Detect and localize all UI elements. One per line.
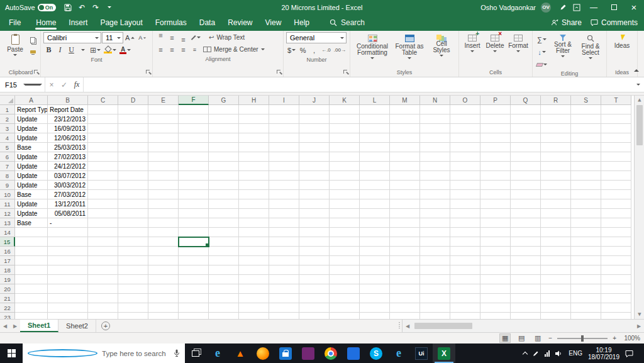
taskbar-search-input[interactable]: Type here to search (23, 343, 185, 363)
cell-I23[interactable] (269, 313, 299, 319)
cell-H15[interactable] (239, 237, 269, 247)
ribbon-display-options-button[interactable] (570, 0, 584, 14)
cell-E14[interactable] (148, 228, 179, 237)
select-all-button[interactable] (0, 96, 15, 105)
volume-icon[interactable] (555, 350, 563, 357)
cell-L12[interactable] (360, 209, 390, 218)
scroll-up-icon[interactable]: ◀ (636, 98, 642, 101)
cell-H10[interactable] (239, 190, 269, 199)
cell-I14[interactable] (269, 228, 299, 237)
cell-M13[interactable] (390, 218, 420, 228)
cell-K14[interactable] (330, 228, 360, 237)
zoom-level[interactable]: 100% (621, 335, 640, 342)
middle-align-button[interactable]: ≡ (167, 32, 177, 43)
cell-N13[interactable] (420, 218, 450, 228)
cell-E19[interactable] (148, 275, 179, 284)
cell-M17[interactable] (390, 256, 420, 265)
cell-P7[interactable] (480, 162, 511, 171)
tab-page-layout[interactable]: Page Layout (94, 14, 148, 31)
cell-A2[interactable]: Update (15, 114, 48, 124)
cell-K9[interactable] (330, 181, 360, 190)
ideas-button[interactable]: Ideas (609, 32, 635, 68)
cell-F16[interactable] (179, 247, 209, 256)
cell-D6[interactable] (118, 152, 148, 162)
cell-N19[interactable] (420, 275, 450, 284)
cell-H19[interactable] (239, 275, 269, 284)
cell-E22[interactable] (148, 303, 179, 313)
cell-K5[interactable] (330, 143, 360, 152)
cell-T11[interactable] (601, 199, 631, 209)
cell-S7[interactable] (571, 162, 601, 171)
cell-J16[interactable] (299, 247, 330, 256)
cell-N12[interactable] (420, 209, 450, 218)
cell-J11[interactable] (299, 199, 330, 209)
cell-R11[interactable] (541, 199, 571, 209)
tray-pen-icon[interactable] (533, 350, 539, 357)
clipboard-dialog-launcher[interactable] (34, 70, 39, 75)
cell-R4[interactable] (541, 133, 571, 143)
sheet-nav-left-button[interactable]: ◀ (0, 320, 10, 332)
cell-M10[interactable] (390, 190, 420, 199)
cell-C18[interactable] (88, 265, 118, 275)
cell-Q6[interactable] (511, 152, 541, 162)
cell-O6[interactable] (450, 152, 480, 162)
copy-button[interactable] (28, 36, 38, 45)
cell-S2[interactable] (571, 114, 601, 124)
cell-M9[interactable] (390, 181, 420, 190)
cell-J10[interactable] (299, 190, 330, 199)
cell-Q21[interactable] (511, 294, 541, 303)
cell-S1[interactable] (571, 105, 601, 114)
taskbar-edge-icon[interactable]: e (206, 343, 229, 363)
taskbar-edge2-icon[interactable]: e (387, 343, 410, 363)
cell-P18[interactable] (480, 265, 511, 275)
cell-L16[interactable] (360, 247, 390, 256)
cell-A8[interactable]: Update (15, 171, 48, 181)
fill-color-button[interactable] (103, 45, 118, 55)
cell-T20[interactable] (601, 284, 631, 294)
cell-K4[interactable] (330, 133, 360, 143)
collapse-ribbon-button[interactable] (634, 63, 639, 74)
font-color-button[interactable]: A (118, 45, 132, 55)
cell-I22[interactable] (269, 303, 299, 313)
cell-D10[interactable] (118, 190, 148, 199)
cell-C19[interactable] (88, 275, 118, 284)
cell-I6[interactable] (269, 152, 299, 162)
cell-J19[interactable] (299, 275, 330, 284)
cell-C9[interactable] (88, 181, 118, 190)
cell-B20[interactable] (48, 284, 88, 294)
cell-O9[interactable] (450, 181, 480, 190)
cell-R9[interactable] (541, 181, 571, 190)
ribbon-search[interactable]: Search (330, 18, 365, 27)
cell-R17[interactable] (541, 256, 571, 265)
shrink-font-button[interactable]: A (137, 33, 148, 43)
cell-J17[interactable] (299, 256, 330, 265)
cell-D2[interactable] (118, 114, 148, 124)
taskbar-clock[interactable]: 10:19 18/07/2019 (588, 347, 619, 360)
pen-button[interactable] (556, 0, 570, 14)
cell-A6[interactable]: Update (15, 152, 48, 162)
taskbar-skype-icon[interactable]: S (365, 343, 387, 363)
name-box[interactable]: F15 (0, 77, 45, 92)
cell-I1[interactable] (269, 105, 299, 114)
cell-O5[interactable] (450, 143, 480, 152)
cell-J6[interactable] (299, 152, 330, 162)
underline-button[interactable]: U (66, 45, 77, 55)
cell-Q15[interactable] (511, 237, 541, 247)
cell-J12[interactable] (299, 209, 330, 218)
cell-C4[interactable] (88, 133, 118, 143)
cell-T9[interactable] (601, 181, 631, 190)
cell-H2[interactable] (239, 114, 269, 124)
cell-M19[interactable] (390, 275, 420, 284)
orientation-button[interactable] (189, 32, 202, 43)
cell-J20[interactable] (299, 284, 330, 294)
cell-P22[interactable] (480, 303, 511, 313)
formula-bar-expand-button[interactable] (633, 77, 644, 92)
row-header-21[interactable]: 21 (0, 294, 15, 303)
close-button[interactable]: × (624, 0, 644, 14)
cell-R1[interactable] (541, 105, 571, 114)
cell-R12[interactable] (541, 209, 571, 218)
cell-B1[interactable]: Report Date (48, 105, 88, 114)
cell-G10[interactable] (209, 190, 239, 199)
cell-F23[interactable] (179, 313, 209, 319)
cell-Q14[interactable] (511, 228, 541, 237)
